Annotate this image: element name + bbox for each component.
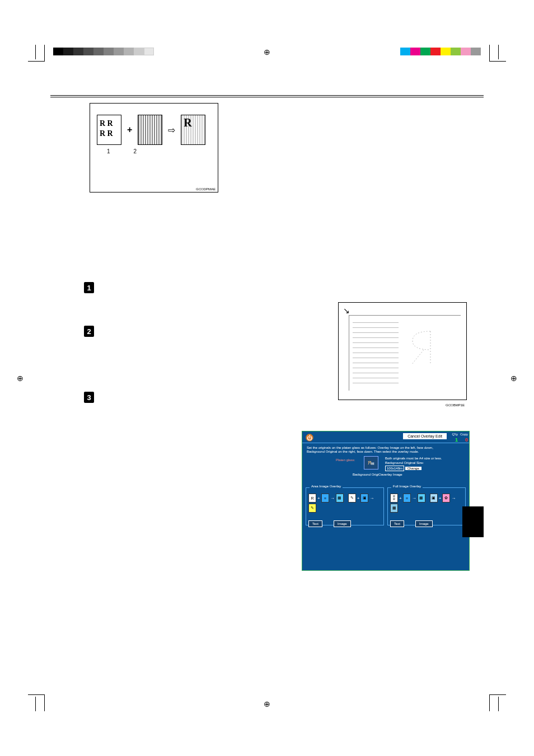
- image-mode-button[interactable]: Image: [415, 520, 433, 527]
- registration-mark-icon: ⊕: [264, 699, 270, 708]
- overlay-icon: ✎: [348, 494, 356, 503]
- full-image-overlay-group: Full Image Overlay R R + ≡ → ▦ ▣ + ✿ → ▦…: [387, 487, 466, 525]
- cancel-overlay-edit-button[interactable]: Cancel Overlay Edit: [403, 433, 447, 439]
- area-image-overlay-group: Area Image Overlay R + ≡ → ▦ ✎ + ▣ → ✎ T…: [306, 487, 384, 525]
- step-number-3: 3: [84, 392, 94, 403]
- plus-icon: +: [127, 125, 132, 135]
- overlay-icon: R R: [390, 494, 398, 503]
- divider: [302, 443, 469, 443]
- power-icon[interactable]: ⏻: [306, 434, 313, 442]
- overlay-result-icon: ▦: [336, 494, 344, 503]
- overlay-image-area: [353, 319, 399, 383]
- overlay-icon: ▣: [430, 494, 438, 503]
- foreground-original-box: R R R R: [97, 115, 121, 145]
- overlay-edit-screenshot: ⏻ Cancel Overlay Edit Q'ty 1 Copy 0 Set …: [302, 431, 470, 571]
- step-number-2: 2: [84, 326, 94, 337]
- plus-icon: +: [439, 496, 442, 501]
- diagram-caption: GCODPMAE: [196, 187, 216, 191]
- overlay-icon: ≡: [321, 494, 329, 503]
- plus-icon: +: [317, 496, 320, 501]
- image-mode-button[interactable]: Image: [334, 520, 351, 527]
- platen-glass-diagram: ↘ GCOBMP1E: [338, 302, 467, 400]
- overlay-concept-diagram: R R R R + ⇨ R 1 2 GCODPMAE: [90, 103, 218, 192]
- result-letter: R: [184, 116, 191, 129]
- plus-icon: +: [357, 496, 360, 501]
- bg-size-value: 100x148m: [385, 466, 404, 471]
- registration-mark-icon: ⊕: [17, 374, 24, 383]
- background-original-area: [404, 326, 438, 370]
- text-mode-button[interactable]: Text: [390, 520, 404, 527]
- color-bar: [400, 48, 481, 55]
- arrow-right-icon: →: [451, 496, 456, 501]
- registration-mark-icon: ⊕: [264, 48, 270, 57]
- plus-icon: +: [399, 496, 402, 501]
- group-title: Full Image Overlay: [391, 485, 423, 488]
- divider: [50, 95, 484, 97]
- copy-value: 0: [465, 437, 468, 443]
- instructions-text: Set the originals on the platen glass as…: [307, 446, 433, 454]
- overlay-result-icon: ✎: [308, 504, 316, 513]
- overlay-icon: ≡: [403, 494, 411, 503]
- overlay-result-icon: ▦: [390, 504, 398, 513]
- qty-label: Q'ty: [452, 433, 458, 436]
- platen-glass-label: Platen glass:: [336, 458, 355, 462]
- qty-value: 1: [455, 437, 458, 443]
- registration-mark-icon: ⊕: [510, 374, 517, 383]
- diagram-caption: GCOBMP1E: [446, 403, 465, 407]
- overlay-icon: ▣: [360, 494, 368, 503]
- overlay-icon: R: [308, 494, 316, 503]
- copy-label: Copy: [460, 433, 468, 436]
- text-mode-button[interactable]: Text: [308, 520, 322, 527]
- corner-arrow-icon: ↘: [343, 306, 350, 315]
- change-button[interactable]: Change: [405, 467, 421, 470]
- result-box: R: [181, 115, 205, 145]
- diagram-label-1: 1: [107, 148, 110, 154]
- crop-mark: [32, 697, 36, 711]
- arrow-right-icon: →: [412, 496, 416, 501]
- group-title: Area Image Overlay: [310, 485, 343, 488]
- background-original-box: [138, 115, 162, 145]
- overlay-result-icon: ▦: [418, 494, 425, 503]
- background-size-info: Both originals must be A4 size or less. …: [385, 456, 442, 471]
- below-label: Background OrigiOaverlay Image: [353, 473, 402, 476]
- crop-mark: [28, 694, 45, 711]
- page-tab-marker: [462, 506, 484, 537]
- grayscale-bar: [53, 48, 154, 55]
- crop-mark: [498, 45, 502, 59]
- crop-mark: [489, 45, 506, 62]
- crop-mark: [32, 45, 36, 59]
- page-content: R R R R + ⇨ R 1 2 GCODPMAE 1 ↘ GCOBMP1E: [50, 73, 484, 683]
- arrow-right-icon: ⇨: [168, 125, 175, 135]
- diagram-label-2: 2: [134, 148, 137, 154]
- crop-mark: [489, 694, 506, 711]
- crop-mark: [498, 697, 502, 711]
- overlay-icon: ✿: [442, 494, 450, 503]
- step-number-1: 1: [84, 282, 94, 293]
- crop-mark: [28, 45, 45, 62]
- arrow-right-icon: →: [330, 496, 335, 501]
- platen-glass-icon: R▤: [364, 456, 378, 469]
- arrow-right-icon: →: [369, 496, 374, 501]
